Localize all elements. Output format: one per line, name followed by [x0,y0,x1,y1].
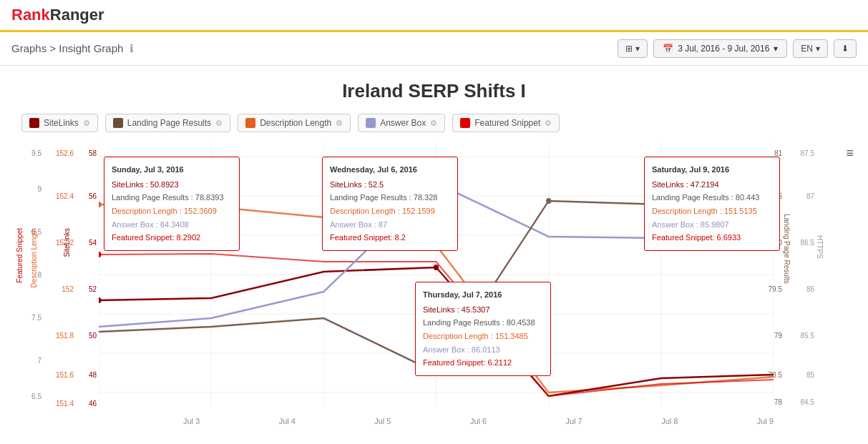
y-tick: 7 [14,357,42,365]
y-axis-left-dl: 152.6 152.4 152.2 152 151.8 151.6 151.4 [43,142,75,407]
dp-fs-1 [99,252,102,257]
legend-featured[interactable]: Featured Snippet ⚙ [452,114,560,132]
y-tick: 79.5 [769,285,782,293]
x-label-jul4: Jul 4 [279,417,296,425]
y-tick: 56 [75,192,97,200]
sitelinks-axis-title: SiteLinks [63,228,71,257]
chevron-down-icon: ▾ [774,44,778,54]
y-tick: 84.5 [801,398,814,406]
y-tick: 46 [75,400,97,408]
gear-icon: ⚙ [336,119,343,128]
x-axis-labels: Jul 3 Jul 4 Jul 5 Jul 6 Jul 7 Jul 8 Jul … [99,414,774,425]
x-label-jul5: Jul 5 [374,417,391,425]
y-tick: 151.4 [43,400,74,408]
landing-page-axis-title: Landing Page Results [783,214,791,284]
y-tick: 87 [806,192,814,200]
x-label-jul3: Jul 3 [183,417,200,425]
y-tick: 86.5 [801,239,814,247]
x-label-jul9: Jul 9 [757,417,774,425]
answer-box-label: Answer Box [380,118,426,128]
y-tick: 85 [806,371,814,379]
logo-rank: Rank [11,6,50,24]
legend-landing-page[interactable]: Landing Page Results ⚙ [105,114,230,132]
download-button[interactable]: ⬇ [834,39,857,58]
y-tick: 151.8 [43,332,74,340]
gear-icon: ⚙ [83,119,90,128]
graph-picker-button[interactable]: ⊞ ▾ [618,39,648,58]
language-label: EN [801,44,813,54]
legend-description[interactable]: Description Length ⚙ [238,114,351,132]
language-button[interactable]: EN ▾ [793,39,828,58]
dp-sl-4 [434,265,439,270]
x-label-jul7: Jul 7 [566,417,582,425]
description-length-axis-title: Description Length [30,228,38,287]
y-tick: 81 [774,149,782,157]
featured-dot [460,118,470,128]
y-tick: 80 [774,239,782,247]
https-axis-title: HTTPS [816,235,824,259]
sitelinks-dot [29,118,39,128]
y-tick: 9.5 [14,149,42,157]
y-tick: 9 [14,185,42,193]
breadcrumb: Graphs > Insight Graph ℹ [11,42,618,55]
gear-icon: ⚙ [430,119,437,128]
chart-container: 9.5 9 8.5 8 7.5 7 6.5 152.6 152.4 152.2 … [14,142,854,414]
calendar-icon: 📅 [663,44,673,54]
logo: RankRanger [11,6,104,24]
y-tick: 78 [774,398,782,406]
chevron-down-icon: ▾ [635,44,640,54]
chevron-down-icon: ▾ [816,44,820,54]
x-label-jul6: Jul 6 [470,417,487,425]
y-tick: 48 [75,371,97,379]
y-tick: 87.5 [801,149,814,157]
hamburger-menu[interactable]: ≡ [846,146,854,161]
legend-answer-box[interactable]: Answer Box ⚙ [358,114,445,132]
legend-sitelinks[interactable]: SiteLinks ⚙ [21,114,98,132]
sitelinks-label: SiteLinks [44,118,79,128]
y-tick: 54 [75,239,97,247]
y-tick: 52 [75,285,97,293]
description-dot [245,118,255,128]
y-tick: 7.5 [14,314,42,322]
logo-ranger: Ranger [50,6,104,24]
dp-dl-1 [99,202,102,207]
y-tick: 79 [774,332,782,340]
featured-label: Featured Snippet [474,118,540,128]
y-tick: 78.5 [769,371,782,379]
answer-box-dot [366,118,376,128]
legend: SiteLinks ⚙ Landing Page Results ⚙ Descr… [14,114,854,132]
date-range-button[interactable]: 📅 3 Jul, 2016 - 9 Jul, 2016 ▾ [653,39,787,58]
y-tick: 86 [806,285,814,293]
y-axis-left-sl: 58 56 54 52 50 48 46 [75,142,98,407]
dp-dl-4 [434,242,439,248]
featured-snippet-axis-title: Featured Snippet [16,228,24,283]
dp-sl-1 [99,297,102,303]
chart-title: Ireland SERP Shifts I [14,80,854,102]
y-tick: 58 [75,149,97,157]
y-axis-right-lp: 81 80.5 80 79.5 79 78.5 78 [754,142,782,407]
y-tick: 152.6 [43,149,74,157]
y-tick: 80.5 [769,192,782,200]
gear-icon: ⚙ [545,119,552,128]
main-content: Ireland SERP Shifts I SiteLinks ⚙ Landin… [0,66,868,433]
landing-page-label: Landing Page Results [127,118,211,128]
chart-svg [99,142,774,407]
y-tick: 85.5 [801,332,814,340]
download-icon: ⬇ [842,44,849,54]
gear-icon: ⚙ [215,119,223,128]
landing-page-dot [113,118,123,128]
toolbar: Graphs > Insight Graph ℹ ⊞ ▾ 📅 3 Jul, 20… [0,32,868,66]
info-icon: ℹ [130,42,134,54]
y-tick: 151.6 [43,371,74,379]
breadcrumb-text: Graphs > Insight Graph [11,42,123,54]
y-tick: 152 [43,285,74,293]
y-tick: 6.5 [14,393,42,400]
dp-lp-5 [546,198,551,204]
y-tick: 152.4 [43,192,74,200]
graph-icon: ⊞ [625,44,633,54]
header: RankRanger [0,0,868,32]
toolbar-controls: ⊞ ▾ 📅 3 Jul, 2016 - 9 Jul, 2016 ▾ EN ▾ ⬇ [618,39,857,58]
y-tick: 50 [75,332,97,340]
x-label-jul8: Jul 8 [661,417,678,425]
date-range-label: 3 Jul, 2016 - 9 Jul, 2016 [678,44,769,54]
